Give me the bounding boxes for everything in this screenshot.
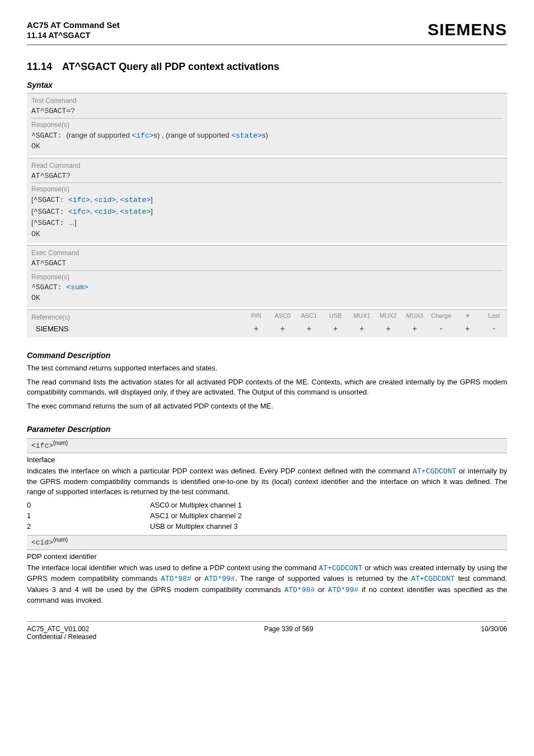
ref-col-last: Last xyxy=(481,310,507,322)
test-command-block: Test Command AT^SGACT=? Response(s) ^SGA… xyxy=(27,93,507,156)
page-footer: AC75_ATC_V01.002 Confidential / Released… xyxy=(27,621,507,641)
read-command-block: Read Command AT^SGACT? Response(s) [^SGA… xyxy=(27,158,507,243)
ref-col-pin: PIN xyxy=(243,310,269,322)
ref-val-mux2: + xyxy=(375,322,401,335)
footer-right: 10/30/06 xyxy=(481,625,507,641)
doc-subtitle: 11.14 AT^SGACT xyxy=(27,31,120,40)
resp-p2: <state> xyxy=(231,132,262,140)
section-heading: 11.14AT^SGACT Query all PDP context acti… xyxy=(27,61,507,73)
param-ifc-body: Indicates the interface on which a parti… xyxy=(27,466,507,497)
ifc-value-table: 0 ASC0 or Multiplex channel 1 1 ASC1 or … xyxy=(27,501,507,530)
test-command-label: Test Command xyxy=(31,96,503,106)
ref-val-charge: - xyxy=(428,322,454,335)
cmd-desc-p2: The read command lists the activation st… xyxy=(27,377,507,397)
ref-left-col: Reference(s) SIEMENS xyxy=(27,310,243,337)
airplane-icon: ✈ xyxy=(455,310,481,322)
ref-col-mux1: MUX1 xyxy=(349,310,375,322)
ifc-row-2: 2 USB or Multiplex channel 3 xyxy=(27,522,507,530)
resp-mid2: s) , (range of supported xyxy=(154,131,232,139)
ref-val-pin: + xyxy=(243,322,269,335)
link-atd98[interactable]: ATD*98# xyxy=(161,575,191,583)
test-command-text: AT^SGACT=? xyxy=(31,106,503,117)
exec-response-label: Response(s) xyxy=(31,272,503,282)
ref-col-mux3: MUX3 xyxy=(401,310,428,322)
read-command-text: AT^SGACT? xyxy=(31,171,503,182)
param-cid-header: <cid>(num) xyxy=(27,535,507,550)
command-description-label: Command Description xyxy=(27,351,507,360)
read-command-label: Read Command xyxy=(31,161,503,171)
exec-ok: OK xyxy=(31,293,503,304)
ref-val-last: - xyxy=(481,322,507,335)
parameter-description-label: Parameter Description xyxy=(27,425,507,434)
param-cid-name: <cid> xyxy=(31,538,53,547)
read-response-line2: [^SGACT: <ifc>, <cid>, <state>] xyxy=(31,206,503,218)
param-ifc-sup: (num) xyxy=(53,440,68,446)
param-cid-body: The interface local identifier which was… xyxy=(27,563,507,605)
syntax-label: Syntax xyxy=(27,81,507,90)
ref-val-mux3: + xyxy=(401,322,428,335)
exec-command-label: Exec Command xyxy=(31,248,503,258)
resp-prefix: ^SGACT: xyxy=(31,132,62,140)
read-response-line1: [^SGACT: <ifc>, <cid>, <state>] xyxy=(31,194,503,206)
link-at-cgdcont[interactable]: AT+CGDCONT xyxy=(413,467,456,476)
test-response-line: ^SGACT: (range of supported <ifc>s) , (r… xyxy=(31,130,503,142)
footer-center: Page 339 of 569 xyxy=(264,625,313,641)
ref-val-mux1: + xyxy=(349,322,375,335)
ref-col-asc1: ASC1 xyxy=(296,310,322,322)
ref-val-air: + xyxy=(455,322,481,335)
page: AC75 AT Command Set 11.14 AT^SGACT SIEME… xyxy=(0,0,534,661)
test-response-label: Response(s) xyxy=(31,120,503,130)
ifc-row-0: 0 ASC0 or Multiplex channel 1 xyxy=(27,501,507,509)
ref-right-col: PIN ASC0 ASC1 USB MUX1 MUX2 MUX3 Charge … xyxy=(243,310,507,337)
page-header: AC75 AT Command Set 11.14 AT^SGACT SIEME… xyxy=(27,20,507,45)
link-atd98-2[interactable]: ATD*98# xyxy=(284,586,315,594)
read-response-line3: [^SGACT: ...] xyxy=(31,217,503,229)
cmd-desc-p1: The test command returns supported inter… xyxy=(27,363,507,373)
param-ifc-title: Interface xyxy=(27,456,507,464)
resp-mid1: (range of supported xyxy=(66,131,132,139)
read-response-label: Response(s) xyxy=(31,184,503,194)
test-ok: OK xyxy=(31,141,503,152)
ref-col-mux2: MUX2 xyxy=(375,310,401,322)
param-ifc-name: <ifc> xyxy=(31,442,53,450)
link-at-cgdcont-3[interactable]: AT+CGDCONT xyxy=(411,575,455,583)
cmd-desc-p3: The exec command returns the sum of all … xyxy=(27,401,507,411)
exec-command-text: AT^SGACT xyxy=(31,258,503,269)
link-atd99[interactable]: ATD*99# xyxy=(204,575,235,583)
ifc-row-1: 1 ASC1 or Multiplex channel 2 xyxy=(27,511,507,520)
ref-col-charge: Charge xyxy=(428,310,454,322)
doc-title: AC75 AT Command Set xyxy=(27,20,120,30)
ref-val-asc1: + xyxy=(296,322,322,335)
resp-mid3: s) xyxy=(262,131,268,139)
ref-row-label: SIEMENS xyxy=(31,322,238,335)
param-cid-sup: (num) xyxy=(53,537,68,543)
footer-left: AC75_ATC_V01.002 Confidential / Released xyxy=(27,625,96,641)
section-title-text: AT^SGACT Query all PDP context activatio… xyxy=(62,61,279,72)
ref-val-asc0: + xyxy=(269,322,296,335)
ref-col-asc0: ASC0 xyxy=(269,310,296,322)
ref-val-usb: + xyxy=(322,322,349,335)
section-number: 11.14 xyxy=(27,61,52,73)
param-ifc-header: <ifc>(num) xyxy=(27,438,507,453)
read-ok: OK xyxy=(31,229,503,240)
ref-header-row: PIN ASC0 ASC1 USB MUX1 MUX2 MUX3 Charge … xyxy=(243,310,507,322)
link-atd99-2[interactable]: ATD*99# xyxy=(328,586,359,594)
exec-command-block: Exec Command AT^SGACT Response(s) ^SGACT… xyxy=(27,245,507,307)
ref-col-usb: USB xyxy=(322,310,349,322)
link-at-cgdcont-2[interactable]: AT+CGDCONT xyxy=(318,564,362,572)
ref-value-row: + + + + + + + - + - xyxy=(243,322,507,335)
ref-label: Reference(s) xyxy=(31,312,238,322)
siemens-logo: SIEMENS xyxy=(428,20,507,39)
header-left: AC75 AT Command Set 11.14 AT^SGACT xyxy=(27,20,120,40)
exec-response-line: ^SGACT: <sum> xyxy=(31,282,503,293)
param-cid-title: PDP context identifier xyxy=(27,552,507,561)
resp-p1: <ifc> xyxy=(132,132,154,140)
reference-table: Reference(s) SIEMENS PIN ASC0 ASC1 USB M… xyxy=(27,309,507,337)
